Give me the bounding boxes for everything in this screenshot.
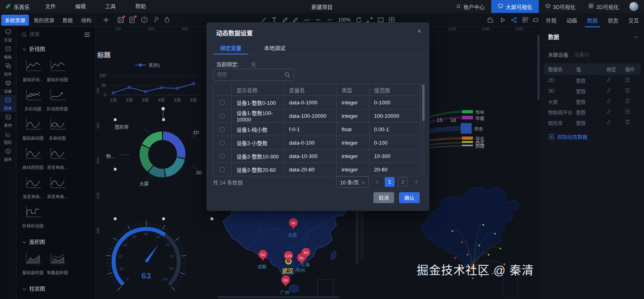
bind-link-icon[interactable] <box>606 109 625 115</box>
inspector-tab[interactable]: 交互 <box>628 13 640 27</box>
rail-item-widget[interactable]: 控件 <box>0 61 16 78</box>
variable-row[interactable]: 设备1-整数0-100 data-0-1000 integer 0-1000 <box>213 96 420 109</box>
plus-icon[interactable] <box>102 16 110 24</box>
prev-page-button[interactable] <box>373 177 382 187</box>
menu-item[interactable]: 工具 <box>95 0 126 13</box>
radio-button[interactable] <box>219 154 225 159</box>
library-item[interactable]: 阶梯折线图 <box>21 205 45 229</box>
rail-item-image[interactable]: 素材 <box>0 112 16 129</box>
map-pin[interactable]: 128 <box>284 251 293 263</box>
export-icon[interactable] <box>128 16 136 24</box>
resource-tab[interactable]: 结构 <box>78 15 95 26</box>
library-item[interactable]: 基础面积图 <box>21 252 45 275</box>
bind-link-icon[interactable] <box>606 88 625 94</box>
preview-icon[interactable] <box>499 16 506 24</box>
cancel-button[interactable]: 取消 <box>373 192 394 203</box>
cloud-icon[interactable] <box>532 16 540 24</box>
rail-item-component[interactable]: 组件 <box>0 146 16 163</box>
menu-item[interactable]: 帮助 <box>126 0 156 13</box>
menu-item[interactable]: 编辑 <box>65 0 95 13</box>
page-number-button[interactable]: 1 <box>385 177 395 187</box>
variable-row[interactable]: 设备2-整数20-60 data-20-60 integer 20-60 <box>213 163 420 176</box>
modal-tab[interactable]: 绑定变量 <box>220 41 241 54</box>
gauge-chart[interactable]: 010203040506070809010063 <box>102 217 191 299</box>
resource-tab[interactable]: 数据 <box>59 15 76 26</box>
close-icon[interactable]: × <box>415 26 424 36</box>
map-pin[interactable]: 82 <box>258 250 267 262</box>
canvas-vertical-scrollbar[interactable] <box>538 35 540 100</box>
row-menu-icon[interactable] <box>625 109 637 115</box>
rail-item-template[interactable]: 模板 <box>0 44 16 61</box>
modal-search[interactable] <box>213 69 294 81</box>
radio-button[interactable] <box>219 127 225 132</box>
inspector-tab[interactable]: 动画 <box>566 13 578 27</box>
zoom-level[interactable]: 100% <box>338 17 351 23</box>
inspector-tab[interactable]: 状态 <box>607 13 619 27</box>
qrcode-icon[interactable] <box>522 16 529 24</box>
map-pin[interactable]: 86 <box>281 275 290 287</box>
project-title[interactable]: 新建项目 <box>311 3 332 11</box>
library-search-input[interactable] <box>30 32 66 37</box>
resize-handle[interactable] <box>162 118 165 121</box>
page-number-button[interactable]: 2 <box>398 177 408 187</box>
library-item[interactable]: 多折线图 <box>21 88 45 112</box>
library-search[interactable] <box>22 32 81 37</box>
modal-search-input[interactable] <box>217 72 282 78</box>
app-logo[interactable]: 乐吾乐 <box>0 3 35 11</box>
add-dynamic-data-button[interactable]: 添加动态数据 <box>549 133 644 141</box>
library-item[interactable]: 基础折线图 <box>46 59 69 82</box>
library-item[interactable]: 渐变单曲... <box>46 176 69 199</box>
bind-link-icon[interactable] <box>606 77 625 84</box>
rail-item-screen[interactable]: 方案 <box>0 27 16 44</box>
variable-row[interactable]: 设备1-纯小数 f-0-1 float 0.00-1 <box>213 123 420 136</box>
library-section-header[interactable]: 折线图 <box>17 39 95 54</box>
resize-handle[interactable] <box>114 118 117 121</box>
clear-icon[interactable] <box>163 16 171 24</box>
library-section-header[interactable]: 柱状图 <box>17 279 95 294</box>
row-menu-icon[interactable] <box>625 99 637 104</box>
bind-link-icon[interactable] <box>606 119 625 126</box>
data-section-header[interactable]: 数据 <box>541 27 644 46</box>
variable-row[interactable]: 设备1-整数100-10000 data-100-10000 integer 1… <box>213 109 420 123</box>
page-size-select[interactable]: 10 条/页 <box>336 176 369 188</box>
library-item[interactable]: 基础折线... <box>21 59 45 82</box>
map-pin[interactable]: 94 <box>301 248 310 260</box>
library-item[interactable]: 曲线趋势图 <box>21 147 45 170</box>
next-page-button[interactable] <box>412 177 421 187</box>
rail-item-device[interactable]: 设备 <box>0 78 16 95</box>
library-item[interactable]: 渐变单曲... <box>21 176 45 199</box>
lock-canvas-icon[interactable] <box>487 16 494 24</box>
radio-button[interactable] <box>219 140 225 145</box>
save-icon[interactable] <box>117 16 124 24</box>
table-scrollbar-thumb[interactable] <box>422 84 425 121</box>
radio-button[interactable] <box>219 113 225 119</box>
resource-tab[interactable]: 系统资源 <box>1 15 29 26</box>
variable-row[interactable]: 设备2-整数10-300 data-10-300 integer 10-300 <box>213 150 420 163</box>
share-icon[interactable] <box>510 16 518 24</box>
rail-item-shape[interactable]: 图形 <box>0 129 16 146</box>
nav-grid[interactable]: 2D可视化 <box>582 0 625 13</box>
radio-button[interactable] <box>219 100 225 105</box>
rail-item-chart[interactable]: 图表 <box>0 95 16 112</box>
resource-tab[interactable]: 我的资源 <box>30 15 58 26</box>
library-item[interactable]: 多曲线图 <box>46 117 69 141</box>
nav-monitor[interactable]: 大屏可视化 <box>491 0 539 13</box>
resize-handle[interactable] <box>114 168 117 171</box>
chart-legend[interactable]: 系列1 <box>135 62 160 68</box>
inspector-tab[interactable]: 数据 <box>586 13 598 27</box>
help-icon[interactable] <box>141 16 148 24</box>
avatar[interactable] <box>629 2 638 11</box>
library-section-header[interactable]: 面积图 <box>17 232 95 247</box>
inspector-tab[interactable]: 外观 <box>545 13 557 27</box>
confirm-button[interactable]: 确认 <box>399 192 420 203</box>
library-item[interactable]: 基础曲线图 <box>21 117 45 141</box>
menu-item[interactable]: 文件 <box>35 0 65 13</box>
canvas-horizontal-scrollbar[interactable] <box>217 296 339 298</box>
library-item[interactable]: 折线趋势图 <box>46 88 69 112</box>
nav-cube[interactable]: 3D可视化 <box>539 0 582 13</box>
row-menu-icon[interactable] <box>625 88 637 94</box>
format-brush-icon[interactable] <box>152 16 159 24</box>
row-menu-icon[interactable] <box>625 78 637 83</box>
modal-tab[interactable]: 本地调试 <box>264 41 285 54</box>
nav-home[interactable]: 账户中心 <box>449 0 491 13</box>
